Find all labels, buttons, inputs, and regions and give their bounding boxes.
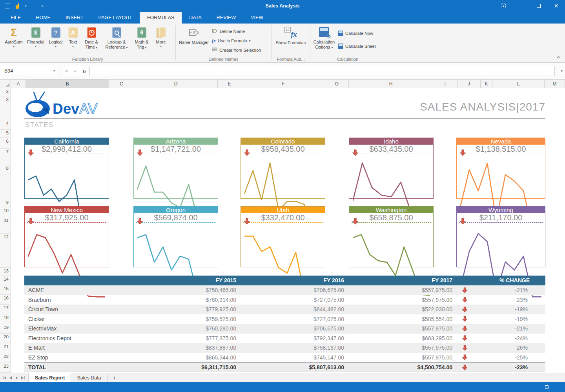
sheet-tab-sales-report[interactable]: Sales Report [29,373,71,382]
ribbon-tab-insert[interactable]: INSERT [58,12,91,24]
date-time-button[interactable]: Date &Time ▾ [81,26,102,50]
down-arrow-icon [137,149,143,156]
cell-percent-change: -19% [477,314,545,324]
row-header-11[interactable]: 11 [0,217,11,234]
row-header-10[interactable]: 10 [0,207,11,217]
column-header-m[interactable]: M [545,80,565,88]
define-name-button[interactable]: Define Name [212,27,261,36]
cell-fy2017: $557,975.00 [344,353,452,363]
sheet-tab-sales-data[interactable]: Sales Data [71,373,107,382]
cell-percent-change: -23% [477,295,545,305]
ribbon-tab-review[interactable]: REVIEW [209,12,243,24]
row-header-21[interactable]: 21 [0,343,11,353]
use-in-formula-button[interactable]: fxUse in Formula▾ [212,36,261,45]
column-header-c[interactable]: C [109,80,134,88]
create-from-selection-button[interactable]: Create from Selection [212,46,261,54]
state-card-wyoming: Wyoming$211,170.00 [456,206,545,267]
ribbon-tab-data[interactable]: DATA [182,12,209,24]
row-header-20[interactable]: 20 [0,334,11,343]
name-box-dropdown-icon[interactable]: ▾ [53,66,55,76]
row-header-9[interactable]: 9 [0,199,11,207]
row-header-4[interactable]: 4 [0,120,11,130]
company-name: EZ Stop [24,353,133,363]
sheet-nav-buttons[interactable] [0,373,29,382]
row-header-19[interactable]: 19 [0,324,11,334]
autosum-button[interactable]: ΣAutoSum▾ [2,26,25,48]
cell-percent-change: -19% [477,305,545,314]
row-header-6[interactable]: 6 [0,138,11,149]
column-header-i[interactable]: I [433,80,457,88]
text-icon: A [68,27,78,38]
row-header-17[interactable]: 17 [0,305,11,314]
touch-mode-dropdown-icon[interactable]: ▾ [25,4,26,8]
name-manager-button[interactable]: Name Manager [176,24,212,54]
more-button[interactable]: More▾ [152,26,170,48]
text-button[interactable]: AText▾ [65,26,81,48]
formula-bar-expand-icon[interactable]: ▾ [561,69,563,73]
column-header-f[interactable]: F [241,80,325,88]
minimize-button[interactable]: — [512,0,530,12]
math-trig-button[interactable]: θMath &Trig ▾ [131,26,152,50]
formula-input[interactable] [89,66,555,76]
qat-customize-dropdown-icon[interactable]: ▾ [41,4,43,8]
enter-icon[interactable]: ✓ [71,69,80,74]
column-header-k[interactable]: K [481,80,492,88]
show-formulas-button[interactable]: 12fx Show Formulas [272,25,310,45]
lookup-reference-button[interactable]: Lookup &Reference ▾ [102,26,131,50]
financial-button[interactable]: $Financial▾ [25,26,46,48]
column-header-a[interactable]: A [11,80,26,88]
maximize-button[interactable] [530,0,547,12]
close-button[interactable]: ✕ [547,0,565,12]
column-header-j[interactable]: J [457,80,481,88]
change-arrow-cell [452,297,477,303]
row-header-15[interactable]: 15 [0,285,11,295]
state-card-title: Utah [241,207,325,213]
column-header-h[interactable]: H [349,80,433,88]
ribbon-tab-page-layout[interactable]: PAGE LAYOUT [91,12,140,24]
cancel-icon[interactable]: ✕ [62,69,71,74]
cell-fy2015: $837,887.00 [133,343,236,353]
name-box[interactable]: B34▾ [1,66,58,76]
row-header-16[interactable]: 16 [0,295,11,305]
ribbon-display-options-button[interactable] [494,0,512,12]
row-header-23[interactable]: 23 [0,363,11,373]
row-header-7[interactable]: 7 [0,149,11,165]
logical-button[interactable]: ?Logical▾ [46,26,65,48]
row-header-22[interactable]: 22 [0,353,11,363]
column-headers: ABCDEFGHIJKLM [0,80,565,88]
row-header-13[interactable]: 13 [0,268,11,276]
collapse-ribbon-icon[interactable] [557,56,560,59]
down-arrow-icon [460,149,466,158]
column-header-b[interactable]: B [26,80,109,88]
column-header-l[interactable]: L [492,80,545,88]
row-header-2[interactable]: 2 [0,88,11,96]
ribbon-tab-formulas[interactable]: FORMULAS [140,12,182,24]
touch-mode-icon[interactable]: ☝ [14,3,21,9]
insert-function-icon[interactable]: fx [80,69,89,73]
row-header-18[interactable]: 18 [0,314,11,324]
grid-tag-icon [212,47,217,53]
more-icon [156,27,166,38]
column-header-d[interactable]: D [134,80,218,88]
ribbon-tab-file[interactable]: FILE [3,12,28,24]
column-header-e[interactable]: E [218,80,241,88]
change-arrow-cell [452,326,477,332]
group-defined-names: Name Manager Define NamefxUse in Formula… [176,24,271,62]
row-header-14[interactable]: 14 [0,276,11,285]
row-header-12[interactable]: 12 [0,234,11,268]
group-label-function-library: Function Library [0,57,175,62]
row-header-5[interactable]: 5 [0,130,11,138]
ribbon-tab-view[interactable]: VIEW [243,12,271,24]
row-header-8[interactable]: 8 [0,165,11,199]
state-card-value-row: $633,435.00 [349,145,433,154]
calculate-now-button[interactable]: Calculate Now [338,29,376,38]
state-card-title: Nevada [457,138,545,145]
row-header-3[interactable]: 3 [0,96,11,120]
column-header-g[interactable]: G [325,80,349,88]
devav-logo: Dev AV [23,91,113,120]
calculation-options-button[interactable]: Calculation Options ▾ [310,25,338,51]
add-sheet-button[interactable]: + [108,373,122,382]
calculate-sheet-button[interactable]: Calculate Sheet [338,42,376,51]
ribbon-tab-home[interactable]: HOME [28,12,58,24]
select-all-corner[interactable] [0,80,11,88]
